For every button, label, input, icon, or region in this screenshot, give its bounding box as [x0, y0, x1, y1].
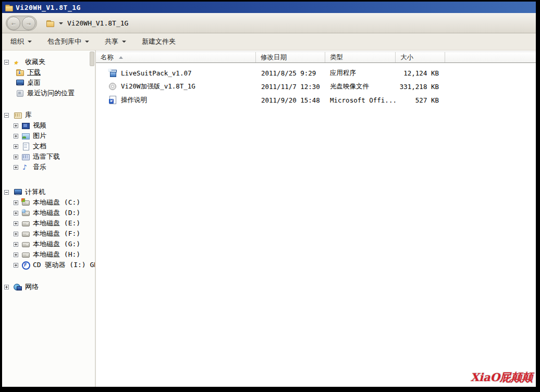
- back-button[interactable]: [7, 17, 20, 30]
- column-header-date-modified[interactable]: 修改日期: [256, 52, 325, 62]
- favorites-label: 收藏夹: [25, 57, 45, 67]
- expand-expander-icon[interactable]: [14, 155, 18, 159]
- column-header-size[interactable]: 大小: [396, 52, 445, 62]
- file-row-vi20w-image[interactable]: Vi20W加强版_v1.8T_1G 2011/11/7 12:30 光盘映像文件…: [96, 80, 536, 93]
- forward-button[interactable]: [22, 17, 35, 30]
- sidebar-item-drive-e[interactable]: 本地磁盘 (E:): [2, 218, 95, 229]
- file-rows: LiveSuitPack_v1.07 2011/8/25 9:29 应用程序 1…: [96, 66, 536, 107]
- videos-icon: [21, 121, 30, 130]
- computer-label: 计算机: [25, 187, 45, 197]
- window-title: Vi20WH_V1.8T_1G: [16, 4, 81, 11]
- include-in-library-button[interactable]: 包含到库中: [47, 37, 89, 46]
- file-date-modified: 2011/8/25 9:29: [256, 69, 325, 77]
- drive-e-label: 本地磁盘 (E:): [33, 219, 80, 228]
- music-label: 音乐: [33, 162, 46, 172]
- file-size: 12,124 KB: [396, 69, 445, 77]
- file-date-modified: 2011/9/20 15:48: [256, 96, 325, 104]
- file-name: Vi20W加强版_v1.8T_1G: [121, 82, 195, 91]
- sidebar-item-pictures[interactable]: 图片: [2, 131, 95, 141]
- include-in-library-label: 包含到库中: [47, 37, 81, 46]
- drive-h-label: 本地磁盘 (H:): [33, 250, 80, 259]
- expand-expander-icon[interactable]: [14, 134, 18, 138]
- content-area: 收藏夹 下载 桌面 最近访问的位置 库: [2, 50, 536, 387]
- window-folder-icon: [5, 4, 13, 11]
- sidebar-item-drive-c[interactable]: 本地磁盘 (C:): [2, 197, 95, 208]
- sidebar-item-videos[interactable]: 视频: [2, 120, 95, 131]
- sidebar-item-music[interactable]: 音乐: [2, 162, 95, 172]
- screenshot-frame: Vi20WH_V1.8T_1G Vi20WH_V1.8T_1G 组织 包含到库中: [0, 0, 540, 392]
- desktop-label: 桌面: [27, 78, 41, 87]
- local-disk-e-icon: [21, 219, 30, 227]
- sidebar-item-drive-d[interactable]: 本地磁盘 (D:): [2, 208, 95, 218]
- column-header-filler: [445, 52, 536, 62]
- sidebar-item-drive-g[interactable]: 本地磁盘 (G:): [2, 239, 95, 249]
- explorer-window: Vi20WH_V1.8T_1G Vi20WH_V1.8T_1G 组织 包含到库中: [2, 2, 536, 387]
- expand-expander-icon[interactable]: [14, 123, 18, 128]
- address-dropdown-icon[interactable]: [59, 22, 63, 24]
- documents-icon: [21, 142, 30, 150]
- expand-expander-icon[interactable]: [14, 200, 18, 205]
- share-label: 共享: [105, 37, 118, 46]
- sidebar-item-thunder-downloads[interactable]: 迅雷下载: [2, 151, 95, 162]
- sidebar-scrollbar-thumb[interactable]: [90, 52, 94, 66]
- cd-drive-label: CD 驱动器 (I:) GDE: [33, 260, 95, 270]
- downloads-folder-icon: [16, 68, 24, 77]
- sidebar-item-network[interactable]: 网络: [2, 282, 95, 292]
- recent-places-icon: [16, 89, 24, 97]
- date-column-label: 修改日期: [261, 53, 287, 62]
- expand-expander-icon[interactable]: [14, 242, 18, 247]
- computer-icon: [14, 188, 22, 196]
- expand-expander-icon[interactable]: [14, 232, 18, 236]
- new-folder-button[interactable]: 新建文件夹: [142, 37, 176, 46]
- column-header-name[interactable]: 名称: [96, 52, 256, 62]
- file-date-modified: 2011/11/7 12:30: [256, 83, 325, 91]
- title-bar[interactable]: Vi20WH_V1.8T_1G: [2, 2, 536, 13]
- music-note-icon: [21, 163, 30, 171]
- expand-expander-icon[interactable]: [14, 221, 18, 226]
- navigation-pane: 收藏夹 下载 桌面 最近访问的位置 库: [2, 50, 95, 387]
- expand-expander-icon[interactable]: [14, 165, 18, 170]
- column-header-type[interactable]: 类型: [325, 52, 396, 62]
- sidebar-item-libraries[interactable]: 库: [2, 110, 95, 120]
- file-row-livesuitpack[interactable]: LiveSuitPack_v1.07 2011/8/25 9:29 应用程序 1…: [96, 66, 536, 80]
- sidebar-item-cd-drive-i[interactable]: CD 驱动器 (I:) GDE: [2, 260, 95, 270]
- sidebar-item-desktop[interactable]: 桌面: [2, 78, 95, 88]
- sidebar-item-documents[interactable]: 文档: [2, 141, 95, 151]
- file-type: 应用程序: [325, 69, 396, 78]
- installer-box-icon: [108, 69, 117, 77]
- drive-g-label: 本地磁盘 (G:): [33, 239, 80, 249]
- drive-badge-icon: [22, 209, 26, 213]
- sidebar-item-recent-places[interactable]: 最近访问的位置: [2, 88, 95, 98]
- recent-places-label: 最近访问的位置: [27, 88, 75, 98]
- sidebar-item-downloads[interactable]: 下载: [2, 67, 95, 78]
- new-folder-label: 新建文件夹: [142, 37, 176, 46]
- file-list-pane: 名称 修改日期 类型 大小: [96, 50, 536, 387]
- cd-drive-icon: [21, 261, 30, 269]
- file-row-instructions[interactable]: 操作说明 2011/9/20 15:48 Microsoft Offi... 5…: [96, 93, 536, 107]
- network-icon: [14, 283, 22, 291]
- documents-label: 文档: [33, 142, 46, 151]
- sidebar-item-drive-h[interactable]: 本地磁盘 (H:): [2, 249, 95, 260]
- expand-expander-icon[interactable]: [14, 211, 18, 216]
- local-disk-h-icon: [21, 250, 30, 259]
- drive-d-label: 本地磁盘 (D:): [33, 208, 80, 218]
- address-bar[interactable]: Vi20WH_V1.8T_1G: [46, 16, 128, 30]
- libraries-icon: [14, 111, 22, 119]
- sidebar-item-computer[interactable]: 计算机: [2, 187, 95, 197]
- share-button[interactable]: 共享: [105, 37, 126, 46]
- collapse-expander-icon[interactable]: [4, 60, 9, 65]
- expand-expander-icon[interactable]: [4, 285, 9, 289]
- windows-flag-icon: [21, 198, 25, 202]
- nav-button-group: [6, 16, 37, 31]
- sidebar-item-drive-f[interactable]: 本地磁盘 (F:): [2, 229, 95, 239]
- collapse-expander-icon[interactable]: [4, 190, 9, 195]
- local-disk-d-icon: [21, 209, 30, 217]
- address-path[interactable]: Vi20WH_V1.8T_1G: [67, 19, 128, 27]
- expand-expander-icon[interactable]: [14, 263, 18, 268]
- expand-expander-icon[interactable]: [14, 144, 18, 149]
- organize-button[interactable]: 组织: [10, 37, 32, 46]
- sidebar-item-favorites[interactable]: 收藏夹: [2, 57, 95, 67]
- collapse-expander-icon[interactable]: [4, 113, 9, 118]
- expand-expander-icon[interactable]: [14, 252, 18, 257]
- file-name: LiveSuitPack_v1.07: [121, 69, 191, 77]
